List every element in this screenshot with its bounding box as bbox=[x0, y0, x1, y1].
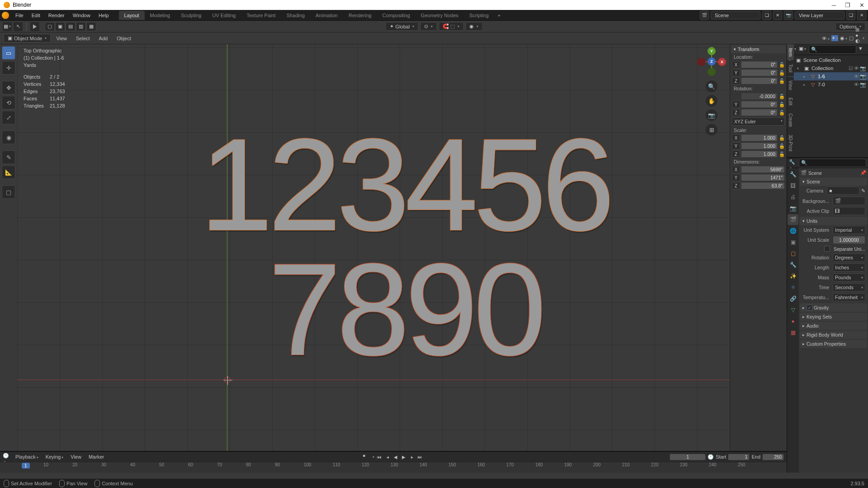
tool-cursor[interactable]: ✛ bbox=[2, 61, 15, 75]
unit-scale-field[interactable]: 1.000000 bbox=[833, 236, 865, 244]
panel-scene-header[interactable]: Scene bbox=[800, 178, 867, 186]
dim-y-field[interactable]: 1471" bbox=[741, 174, 785, 181]
shading-options-chevron-icon[interactable]: ▾ bbox=[863, 36, 864, 40]
ptab-modifiers[interactable]: 🔧 bbox=[788, 259, 798, 270]
rotation-unit-select[interactable]: Degrees▾ bbox=[833, 253, 865, 262]
ptab-collection[interactable]: ▣ bbox=[788, 237, 798, 248]
gizmo-x-icon[interactable]: X bbox=[718, 58, 726, 66]
navigation-gizmo[interactable]: X Y Z bbox=[697, 47, 726, 76]
loc-z-field[interactable]: 0" bbox=[741, 77, 778, 84]
autokey-toggle-icon[interactable]: ● bbox=[363, 453, 371, 461]
ptab-render[interactable]: 🖼 bbox=[788, 180, 798, 191]
scale-x-field[interactable]: 1.000 bbox=[741, 134, 778, 141]
rot-x-lock-icon[interactable]: 🔓 bbox=[778, 94, 785, 99]
gizmo-neg-x-icon[interactable] bbox=[697, 58, 705, 66]
snap-toggle[interactable]: 🧲 ⬚▾ bbox=[439, 22, 463, 31]
panel-rigidbody-header[interactable]: Rigid Body World bbox=[800, 331, 867, 339]
ptab-material[interactable]: ● bbox=[788, 316, 798, 327]
scale-z-field[interactable]: 1.000 bbox=[741, 150, 778, 158]
camera-gizmo-icon[interactable]: 📷 bbox=[706, 109, 717, 121]
scale-z-lock-icon[interactable]: 🔓 bbox=[778, 151, 785, 157]
mode-select[interactable]: ▣ Object Mode▾ bbox=[4, 34, 51, 42]
ptab-particles[interactable]: ✨ bbox=[788, 271, 798, 282]
ptab-constraints[interactable]: 🔗 bbox=[788, 293, 798, 304]
panel-audio-header[interactable]: Audio bbox=[800, 322, 867, 330]
ptab-tool[interactable]: 🔧 bbox=[788, 169, 798, 180]
menu-render[interactable]: Render bbox=[45, 11, 68, 19]
selection-tool-icon[interactable] bbox=[30, 22, 39, 31]
menu-object[interactable]: Object bbox=[113, 34, 135, 42]
ptab-viewlayer[interactable]: 📷 bbox=[788, 203, 798, 214]
select-subtract-icon[interactable]: ▤ bbox=[66, 22, 75, 31]
separate-units-checkbox[interactable] bbox=[824, 246, 830, 252]
shading-solid-icon[interactable]: ● bbox=[855, 33, 860, 38]
ptab-object[interactable]: ▢ bbox=[788, 248, 798, 259]
gizmo-z-icon[interactable]: Z bbox=[708, 57, 716, 66]
menu-window[interactable]: Window bbox=[69, 11, 94, 19]
visibility-filter-icon[interactable]: 👁▾ bbox=[822, 36, 830, 41]
ptab-scene[interactable]: 🎬 bbox=[788, 214, 798, 225]
panel-gravity-header[interactable]: Gravity bbox=[800, 303, 867, 312]
disable-icon[interactable]: 📷 bbox=[860, 82, 866, 88]
unit-system-select[interactable]: Imperial▾ bbox=[833, 226, 865, 234]
rot-y-field[interactable]: 0° bbox=[741, 101, 778, 108]
ptab-data[interactable]: ▽ bbox=[788, 305, 798, 315]
tab-scripting[interactable]: Scripting bbox=[464, 11, 494, 20]
tab-texture-paint[interactable]: Texture Paint bbox=[241, 11, 281, 20]
mass-unit-select[interactable]: Pounds▾ bbox=[833, 273, 865, 282]
menu-add[interactable]: Add bbox=[95, 34, 112, 42]
gizmo-y-icon[interactable]: Y bbox=[708, 47, 716, 55]
editor-type-icon[interactable]: ▦▾ bbox=[3, 22, 12, 31]
pan-gizmo-icon[interactable]: ✋ bbox=[706, 95, 717, 107]
time-unit-select[interactable]: Seconds▾ bbox=[833, 283, 865, 291]
window-minimize-icon[interactable]: ─ bbox=[832, 2, 836, 9]
loc-y-field[interactable]: 0" bbox=[741, 69, 778, 76]
tl-menu-view[interactable]: View bbox=[68, 453, 84, 460]
tool-annotate[interactable]: ✎ bbox=[2, 150, 15, 164]
shading-wireframe-icon[interactable]: ⊞ bbox=[855, 27, 860, 33]
loc-z-lock-icon[interactable]: 🔓 bbox=[778, 78, 785, 84]
ptab-texture[interactable]: ▦ bbox=[788, 327, 798, 338]
scene-browse-icon[interactable]: 🎬 bbox=[700, 11, 709, 20]
play-reverse-icon[interactable]: ◀ bbox=[392, 453, 400, 461]
rot-x-field[interactable]: -0.0000 bbox=[741, 93, 778, 100]
rot-z-field[interactable]: 0° bbox=[741, 109, 778, 116]
dim-z-field[interactable]: 63.8" bbox=[741, 182, 785, 189]
loc-x-field[interactable]: 0" bbox=[741, 61, 778, 68]
transform-panel-header[interactable]: Transform bbox=[731, 45, 786, 53]
jump-end-icon[interactable]: ⏭ bbox=[416, 453, 424, 461]
tree-collection[interactable]: ▾▣ Collection ☑👁📷 bbox=[787, 64, 868, 72]
disable-icon[interactable]: 📷 bbox=[860, 74, 866, 80]
panel-customprops-header[interactable]: Custom Properties bbox=[800, 340, 867, 348]
preview-range-icon[interactable]: 🕐 bbox=[708, 454, 714, 460]
gizmo-toggle-icon[interactable]: ✦▾ bbox=[831, 35, 838, 41]
eyedropper-icon[interactable]: ✎ bbox=[861, 188, 865, 193]
tool-select-box[interactable]: ▭ bbox=[2, 46, 15, 60]
pin-icon[interactable]: 📌 bbox=[860, 170, 866, 176]
exclude-icon[interactable]: ☑ bbox=[849, 66, 853, 71]
temperature-unit-select[interactable]: Fahrenheit▾ bbox=[833, 293, 865, 301]
background-field[interactable]: 🎬 bbox=[833, 197, 865, 205]
play-icon[interactable]: ▶ bbox=[400, 453, 408, 461]
shading-material-icon[interactable]: ◐ bbox=[855, 38, 860, 44]
overlays-toggle-icon[interactable]: ◉▾ bbox=[840, 35, 847, 41]
tab-layout[interactable]: Layout bbox=[119, 11, 145, 20]
tl-menu-keying[interactable]: Keying▾ bbox=[43, 453, 66, 460]
select-invert-icon[interactable]: ▥ bbox=[76, 22, 86, 31]
loc-y-lock-icon[interactable]: 🔓 bbox=[778, 70, 785, 76]
gravity-checkbox[interactable] bbox=[807, 305, 812, 310]
outliner-search-input[interactable]: 🔍 bbox=[809, 45, 856, 54]
viewlayer-field[interactable]: View Layer bbox=[795, 11, 844, 19]
ptab-world[interactable]: 🌐 bbox=[788, 225, 798, 236]
jump-start-icon[interactable]: ⏮ bbox=[375, 453, 383, 461]
menu-view[interactable]: View bbox=[52, 34, 71, 42]
ptab-physics[interactable]: ⚛ bbox=[788, 282, 798, 293]
current-frame-field[interactable]: 1 bbox=[670, 454, 706, 460]
rot-y-lock-icon[interactable]: 🔓 bbox=[778, 102, 785, 108]
tl-menu-marker[interactable]: Marker bbox=[86, 453, 107, 460]
scale-y-field[interactable]: 1.000 bbox=[741, 142, 778, 150]
tab-sculpting[interactable]: Sculpting bbox=[175, 11, 207, 20]
tab-modeling[interactable]: Modeling bbox=[145, 11, 176, 20]
ntab-create[interactable]: Create bbox=[787, 110, 794, 131]
ntab-tool[interactable]: Tool bbox=[787, 61, 794, 76]
